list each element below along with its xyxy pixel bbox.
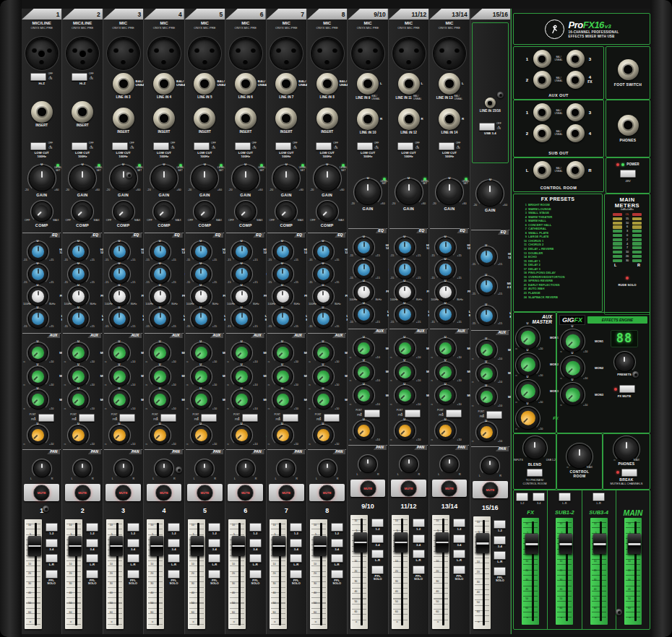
fx-send-knob[interactable] — [192, 426, 210, 444]
eq-hi-knob[interactable] — [478, 248, 496, 266]
insert-or-line-jack[interactable] — [275, 108, 297, 129]
pan-knob[interactable] — [156, 461, 172, 477]
fader-cap[interactable] — [191, 536, 204, 556]
mute-button[interactable]: MUTE — [400, 480, 417, 497]
xlr-mic-input-jack[interactable] — [394, 38, 424, 69]
mute-button[interactable]: MUTE — [278, 485, 295, 501]
fader-cap[interactable] — [272, 536, 286, 556]
pre-post-switch[interactable] — [283, 414, 298, 422]
line-input-jack[interactable] — [194, 73, 215, 95]
pre-post-switch[interactable] — [79, 414, 95, 422]
xlr-mic-input-jack[interactable] — [271, 38, 301, 69]
low-cut-or-usb-switch[interactable] — [397, 142, 413, 150]
assign-1-2-button[interactable] — [168, 523, 180, 532]
channel-fader[interactable]: 105U5102030405060∞ — [228, 519, 246, 629]
aux-master-fx-knob[interactable] — [517, 408, 538, 429]
mute-button[interactable]: MUTE — [33, 485, 50, 501]
fader-cap[interactable] — [150, 536, 163, 556]
assign-3-4-button[interactable] — [168, 539, 180, 547]
xlr-mic-input-jack[interactable] — [189, 38, 220, 69]
master-assign-button[interactable] — [516, 493, 528, 501]
channel-fader[interactable]: 105U5102030405060∞ — [310, 519, 327, 629]
eq-low-knob[interactable] — [478, 307, 496, 325]
comp-knob[interactable] — [114, 202, 133, 221]
eq-mid-freq-knob[interactable] — [355, 283, 373, 301]
mon3-send-knob[interactable] — [233, 391, 251, 409]
comp-knob[interactable] — [33, 202, 51, 221]
mon2-send-knob[interactable] — [274, 368, 292, 386]
low-cut-or-usb-switch[interactable] — [72, 142, 87, 150]
mute-button[interactable]: MUTE — [115, 485, 132, 501]
pfl-solo-button[interactable] — [331, 570, 343, 578]
fader-cap[interactable] — [395, 532, 408, 552]
assign-3-4-button[interactable] — [46, 539, 58, 547]
break-switch[interactable] — [621, 469, 637, 477]
mon2-send-knob[interactable] — [355, 363, 373, 381]
pfl-solo-button[interactable] — [413, 566, 425, 574]
eq-hi-knob[interactable] — [69, 243, 87, 261]
comp-knob[interactable] — [318, 202, 337, 221]
mute-button[interactable]: MUTE — [441, 480, 457, 497]
gigfx-mon2-knob[interactable] — [562, 358, 583, 378]
pfl-solo-button[interactable] — [453, 566, 465, 574]
aux-master-mon2-knob[interactable] — [517, 355, 538, 376]
control-room-l-jack[interactable] — [533, 161, 551, 179]
gigfx-mon3-knob[interactable] — [562, 384, 583, 405]
pfl-solo-button[interactable] — [86, 570, 98, 578]
insert-or-line-jack[interactable] — [153, 108, 175, 129]
mon3-send-knob[interactable] — [29, 391, 47, 409]
eq-hi-knob[interactable] — [29, 243, 47, 261]
eq-mid-knob[interactable] — [69, 265, 87, 283]
assign-lr-button[interactable] — [494, 551, 506, 560]
assign-3-4-button[interactable] — [331, 539, 343, 547]
assign-1-2-button[interactable] — [249, 523, 262, 532]
insert-or-line-jack[interactable] — [31, 101, 53, 123]
gain-knob[interactable] — [70, 166, 95, 191]
xlr-mic-input-jack[interactable] — [108, 38, 139, 69]
eq-low-knob[interactable] — [29, 310, 47, 328]
mon2-send-knob[interactable] — [111, 368, 129, 386]
assign-lr-button[interactable] — [127, 554, 139, 563]
master-fader[interactable]: 105U5102030405060∞ — [624, 518, 642, 625]
insert-or-line-jack[interactable] — [235, 108, 257, 129]
mon1-send-knob[interactable] — [396, 339, 414, 358]
pan-knob[interactable] — [238, 461, 254, 477]
eq-mid-knob[interactable] — [355, 261, 373, 279]
channel-fader[interactable]: 105U5102030405060∞ — [25, 519, 42, 629]
pan-knob[interactable] — [116, 461, 132, 477]
mon2-send-knob[interactable] — [192, 368, 210, 386]
master-assign-button[interactable] — [559, 493, 571, 501]
aux-out-3-jack[interactable] — [567, 50, 585, 68]
line-input-jack[interactable] — [398, 73, 420, 95]
eq-mid-freq-knob[interactable] — [29, 287, 47, 306]
phantom-power-switch[interactable] — [620, 170, 636, 178]
eq-mid-freq-knob[interactable] — [69, 287, 87, 306]
insert-or-line-jack[interactable] — [439, 108, 460, 130]
fx-send-knob[interactable] — [436, 422, 455, 440]
fader-cap[interactable] — [231, 536, 245, 556]
xlr-mic-input-jack[interactable] — [312, 38, 343, 69]
gain-knob[interactable] — [111, 166, 136, 191]
assign-lr-button[interactable] — [249, 554, 262, 563]
pre-post-switch[interactable] — [324, 414, 340, 422]
eq-hi-knob[interactable] — [233, 243, 251, 261]
gain-knob[interactable] — [274, 166, 298, 191]
xlr-mic-input-jack[interactable] — [27, 38, 57, 69]
mon3-send-knob[interactable] — [355, 386, 373, 404]
assign-lr-button[interactable] — [453, 550, 465, 558]
pfl-solo-button[interactable] — [127, 570, 139, 578]
comp-knob[interactable] — [236, 202, 255, 221]
aux-out-2-jack[interactable] — [533, 71, 551, 89]
eq-low-knob[interactable] — [69, 310, 87, 328]
xlr-mic-input-jack[interactable] — [149, 38, 179, 69]
fx-send-knob[interactable] — [396, 422, 414, 440]
eq-mid-freq-knob[interactable] — [151, 287, 169, 306]
master-fader[interactable]: 105U5102030405060∞ — [522, 518, 539, 625]
insert-or-line-jack[interactable] — [72, 101, 93, 123]
pre-post-switch[interactable] — [160, 414, 176, 422]
fader-cap[interactable] — [109, 536, 123, 556]
assign-3-4-button[interactable] — [290, 539, 302, 547]
channel-fader[interactable]: 105U5102030405060∞ — [188, 519, 205, 629]
fx-send-knob[interactable] — [111, 426, 129, 444]
eq-mid-knob[interactable] — [314, 265, 332, 283]
